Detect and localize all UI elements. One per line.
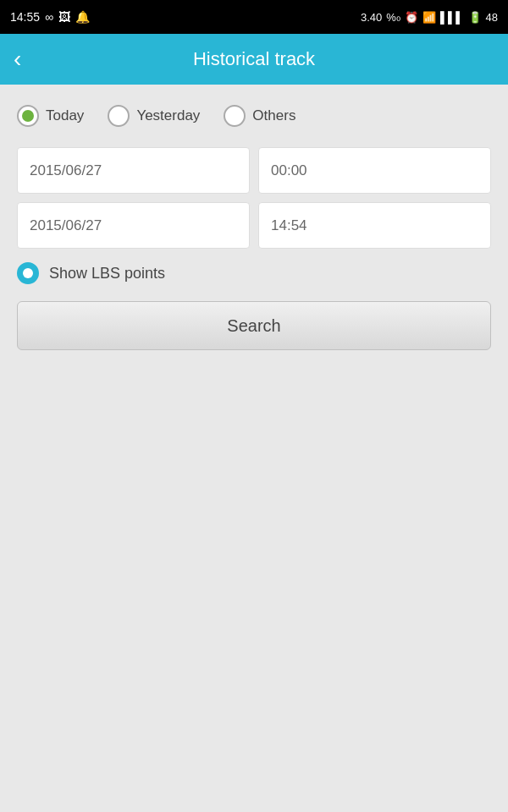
search-button-label: Search: [227, 316, 280, 336]
lbs-dot-inner: [23, 268, 33, 278]
alarm-icon: ⏰: [405, 11, 418, 24]
end-date-input[interactable]: 2015/06/27: [17, 202, 250, 249]
end-time-value: 14:54: [271, 217, 307, 234]
lbs-row[interactable]: Show LBS points: [17, 262, 491, 284]
end-date-value: 2015/06/27: [30, 217, 102, 234]
header: ‹ Historical track: [0, 34, 508, 85]
radio-yesterday-label: Yesterday: [136, 107, 200, 124]
radio-today-label: Today: [46, 107, 84, 124]
start-date-value: 2015/06/27: [30, 162, 102, 179]
status-left: 14:55 ∞ 🖼 🔔: [10, 10, 90, 24]
start-time-value: 00:00: [271, 162, 307, 179]
start-date-input[interactable]: 2015/06/27: [17, 147, 250, 194]
start-time-input[interactable]: 00:00: [258, 147, 491, 194]
image-icon: 🖼: [58, 10, 70, 24]
radio-others-outer: [224, 105, 246, 127]
radio-today[interactable]: Today: [17, 105, 84, 127]
infinity-icon: ∞: [45, 10, 53, 24]
signal-text: 3.40: [361, 11, 382, 24]
lbs-toggle[interactable]: [17, 262, 39, 284]
bell-icon: 🔔: [75, 10, 90, 24]
signal-unit: %₀: [386, 11, 400, 24]
date-row-1: 2015/06/27 00:00: [17, 147, 491, 194]
radio-group: Today Yesterday Others: [17, 105, 491, 127]
back-button[interactable]: ‹: [14, 47, 21, 71]
time: 14:55: [10, 10, 40, 24]
date-row-2: 2015/06/27 14:54: [17, 202, 491, 249]
status-right: 3.40 %₀ ⏰ 📶 ▌▌▌ 🔋 48: [361, 11, 498, 24]
radio-others-label: Others: [252, 107, 295, 124]
radio-yesterday-outer: [108, 105, 130, 127]
lbs-label: Show LBS points: [49, 265, 165, 283]
end-time-input[interactable]: 14:54: [258, 202, 491, 249]
radio-others[interactable]: Others: [224, 105, 295, 127]
search-button[interactable]: Search: [17, 301, 491, 350]
battery-icon: 🔋: [468, 11, 482, 24]
network-icon: ▌▌▌: [440, 11, 464, 24]
content: Today Yesterday Others 2015/06/27 00:00 …: [0, 85, 508, 370]
radio-today-outer: [17, 105, 39, 127]
battery-level: 48: [486, 11, 498, 24]
radio-yesterday[interactable]: Yesterday: [108, 105, 200, 127]
radio-today-inner: [22, 110, 34, 122]
wifi-icon: 📶: [422, 11, 436, 24]
page-title: Historical track: [193, 48, 315, 70]
status-bar: 14:55 ∞ 🖼 🔔 3.40 %₀ ⏰ 📶 ▌▌▌ 🔋 48: [0, 0, 508, 34]
